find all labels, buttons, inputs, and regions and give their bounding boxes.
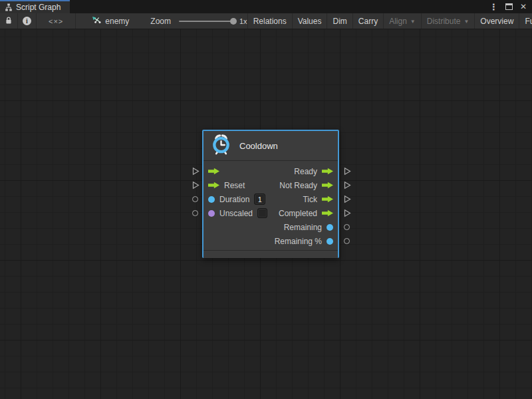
input-flow-port-triangle-icon[interactable] [191,167,200,176]
flow-port-arrow-icon[interactable] [208,182,219,189]
output-port-cell: Completed [279,209,333,218]
toolbar-button-full-screen[interactable]: Full Screen [519,13,532,29]
output-label-remaining: Remaining [284,223,322,232]
toolbar-button-carry[interactable]: Carry [353,13,384,29]
node-row: Remaining [203,220,338,234]
output-value-port-circle-icon[interactable] [342,223,351,231]
output-value-port-circle-icon[interactable] [342,237,351,245]
maximize-icon[interactable] [505,3,513,10]
node-row: Remaining % [203,234,338,248]
input-port-cell: Unscaled [208,208,267,218]
cooldown-node[interactable]: Cooldown ReadyResetNot ReadyDuration1Tic… [202,130,339,258]
input-value-port-circle-icon[interactable] [191,209,200,217]
node-row: Ready [203,164,338,178]
output-label-ready: Ready [294,167,317,176]
node-header[interactable]: Cooldown [203,131,338,161]
output-label-remaining-pct: Remaining % [275,237,322,246]
tab-bar: Script Graph ⋮ ✕ [0,0,532,13]
graph-breadcrumb[interactable]: enemy [92,13,129,29]
toolbar-button-values[interactable]: Values [293,13,328,29]
dropdown-arrow-icon: ▼ [410,19,416,25]
node-row: Duration1Tick [203,192,338,206]
info-button[interactable]: i [18,13,37,29]
tab-script-graph[interactable]: Script Graph [0,0,70,13]
value-port-dot-icon[interactable] [208,196,215,203]
toolbar-button-relations[interactable]: Relations [248,13,293,29]
output-label-tick: Tick [303,195,317,204]
input-flow-port-triangle-icon[interactable] [191,181,200,190]
zoom-slider-handle[interactable] [230,18,237,25]
flow-port-arrow-icon[interactable] [322,196,333,203]
alarm-clock-icon [210,134,232,158]
input-label-unscaled: Unscaled [219,209,253,218]
toolbar-button-distribute[interactable]: Distribute▼ [422,13,475,29]
output-flow-port-triangle-icon[interactable] [342,209,351,217]
tab-title: Script Graph [16,3,61,12]
zoom-value: 1x [239,17,247,25]
value-port-circle [344,238,350,244]
close-icon[interactable]: ✕ [520,3,527,11]
node-title: Cooldown [239,141,278,151]
output-port-cell: Not Ready [279,181,333,190]
value-port-dot-icon[interactable] [327,224,333,231]
output-flow-port-triangle-icon[interactable] [342,181,351,190]
value-port-circle [344,224,350,230]
input-port-cell: Reset [208,181,245,190]
lock-icon [5,16,13,27]
window-menu-icon[interactable]: ⋮ [489,3,498,11]
flow-port-arrow-icon[interactable] [322,182,333,189]
node-row: UnscaledCompleted [203,206,338,220]
value-port-dot-icon[interactable] [208,210,215,217]
graph-name: enemy [105,17,129,26]
output-port-cell: Ready [294,167,333,176]
node-body: ReadyResetNot ReadyDuration1TickUnscaled… [203,161,338,250]
node-row: ResetNot Ready [203,178,338,192]
input-value-port-circle-icon[interactable] [191,195,200,203]
flow-port-arrow-icon[interactable] [322,168,333,175]
input-port-cell: Duration1 [208,194,265,205]
toolbar-button-align[interactable]: Align▼ [384,13,422,29]
zoom-control: Zoom 1x [150,13,247,29]
output-port-cell: Remaining % [275,237,333,246]
output-port-cell: Tick [303,195,333,204]
unscaled-checkbox[interactable] [257,208,267,218]
toolbar-buttons: RelationsValuesDimCarryAlign▼Distribute▼… [247,13,532,29]
script-graph-window: Script Graph ⋮ ✕ i <×> [0,0,532,399]
flow-port-arrow-icon[interactable] [322,209,333,217]
info-icon: i [23,17,31,25]
toolbar-button-dim[interactable]: Dim [327,13,352,29]
zoom-slider[interactable] [179,21,233,22]
window-controls: ⋮ ✕ [489,0,532,13]
output-label-not-ready: Not Ready [279,181,317,190]
output-port-cell: Remaining [284,223,333,232]
angle-x-button[interactable]: <×> [37,13,76,29]
graph-canvas[interactable]: Cooldown ReadyResetNot ReadyDuration1Tic… [0,29,532,399]
input-port-cell [208,168,219,175]
input-label-reset: Reset [224,181,245,190]
dropdown-arrow-icon: ▼ [464,19,469,25]
output-label-completed: Completed [279,209,317,218]
duration-value-field[interactable]: 1 [254,194,265,205]
output-flow-port-triangle-icon[interactable] [342,167,351,176]
value-port-circle [192,210,198,216]
flow-port-arrow-icon[interactable] [208,168,219,175]
node-footer [203,250,338,258]
value-port-circle [192,196,198,202]
graph-toolbar: i <×> enemy Zoom 1x RelationsValuesDimCa… [0,13,532,29]
output-flow-port-triangle-icon[interactable] [342,195,351,203]
value-port-dot-icon[interactable] [327,238,333,245]
graph-icon [92,16,101,26]
lock-button[interactable] [0,13,18,29]
hierarchy-graph-icon [5,3,13,11]
toolbar-button-overview[interactable]: Overview [475,13,519,29]
zoom-label: Zoom [150,17,171,26]
input-label-duration: Duration [219,195,249,204]
